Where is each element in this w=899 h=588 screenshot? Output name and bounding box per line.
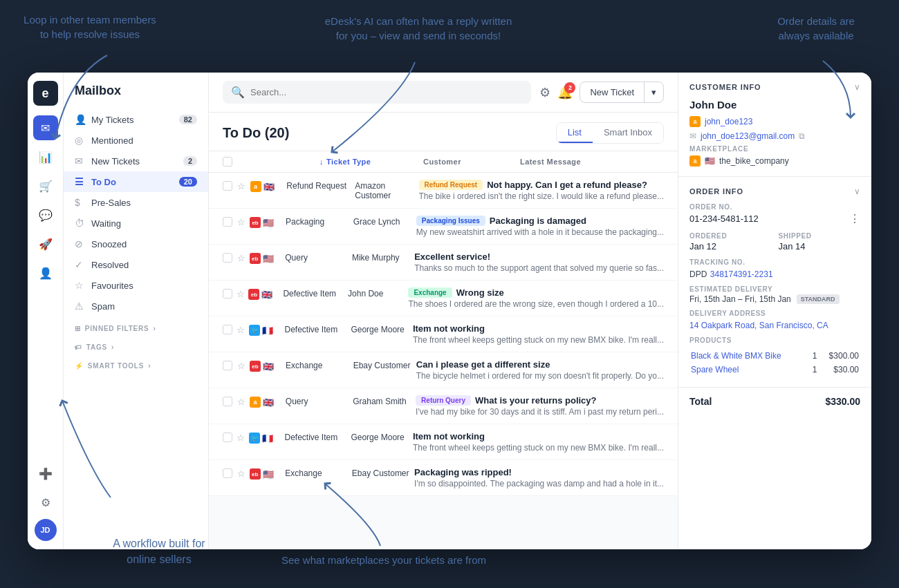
logo-icon: e bbox=[33, 81, 58, 106]
table-row[interactable]: ☆ eb 🇬🇧 Exchange Ebay Customer Can i ple… bbox=[209, 352, 678, 388]
table-row[interactable]: ☆ 🐦 🇫🇷 Defective Item George Moore Item … bbox=[209, 424, 678, 460]
customer-name: John Doe bbox=[689, 99, 860, 111]
tracking-link[interactable]: 348174391-2231 bbox=[710, 269, 773, 279]
table-row[interactable]: ☆ a 🇬🇧 Refund Request Amazon Customer Re… bbox=[209, 173, 678, 209]
row-icons: eb 🇬🇧 bbox=[250, 359, 286, 372]
customer-username-link[interactable]: john_doe123 bbox=[705, 117, 752, 126]
to-do-badge: 20 bbox=[179, 177, 197, 187]
nav-messages[interactable]: 💬 bbox=[33, 202, 58, 227]
sidebar-item-snoozed[interactable]: ⊘ Snoozed bbox=[64, 234, 208, 254]
sidebar-item-pre-sales[interactable]: $ Pre-Sales bbox=[64, 192, 208, 213]
spam-icon: ⚠ bbox=[75, 301, 86, 312]
row-star[interactable]: ☆ bbox=[237, 323, 249, 335]
row-star[interactable]: ☆ bbox=[237, 216, 250, 227]
notification-button[interactable]: 🔔 2 bbox=[557, 85, 573, 100]
sidebar-item-spam[interactable]: ⚠ Spam bbox=[64, 296, 208, 316]
address-label: DELIVERY ADDRESS bbox=[689, 310, 860, 317]
channel-ebay-icon: eb bbox=[248, 289, 259, 300]
th-ticket-type[interactable]: ↓ Ticket Type bbox=[319, 158, 423, 166]
row-ticket-type: Refund Request bbox=[286, 180, 355, 191]
table-row[interactable]: ☆ eb 🇺🇸 Packaging Grace Lynch Packaging … bbox=[209, 209, 678, 245]
customer-email-link[interactable]: john_doe123@gmail.com bbox=[701, 131, 795, 141]
nav-orders[interactable]: 🛒 bbox=[33, 173, 58, 198]
customer-info-chevron[interactable]: ∨ bbox=[854, 82, 860, 92]
row-customer: Ebay Customer bbox=[352, 467, 414, 478]
pinned-filters-section[interactable]: ⊞ PINNED FILTERS › bbox=[64, 316, 208, 335]
sidebar-item-new-tickets[interactable]: ✉ New Tickets 2 bbox=[64, 151, 208, 171]
tab-smart-inbox[interactable]: Smart Inbox bbox=[593, 123, 663, 143]
row-checkbox[interactable] bbox=[223, 468, 232, 478]
tracking-carrier: DPD bbox=[689, 269, 707, 279]
tab-list[interactable]: List bbox=[557, 123, 593, 143]
avatar[interactable]: JD bbox=[35, 519, 57, 541]
address-link[interactable]: 14 Oakpark Road, San Francisco, CA bbox=[689, 321, 828, 330]
product-row: Black & White BMX Bike 1 $300.00 bbox=[691, 350, 859, 362]
row-ticket-type: Defective Item bbox=[285, 431, 351, 442]
sidebar-item-mentioned[interactable]: ◎ Mentioned bbox=[64, 130, 208, 151]
marketplace-name: the_bike_company bbox=[719, 156, 789, 166]
smart-tools-section[interactable]: ⚡ SMART TOOLS › bbox=[64, 354, 208, 372]
filter-button[interactable]: ⚙ bbox=[539, 85, 550, 100]
table-row[interactable]: ☆ 🐦 🇫🇷 Defective Item George Moore Item … bbox=[209, 316, 678, 352]
sidebar-item-waiting[interactable]: ⏱ Waiting bbox=[64, 213, 208, 234]
table-row[interactable]: ☆ eb 🇺🇸 Query Mike Murphy Excellent serv… bbox=[209, 245, 678, 281]
resolved-icon: ✓ bbox=[75, 259, 86, 270]
row-star[interactable]: ☆ bbox=[237, 467, 250, 479]
nav-settings[interactable]: ⚙ bbox=[33, 490, 58, 515]
nav-users[interactable]: 👤 bbox=[33, 260, 58, 285]
new-ticket-main-button[interactable]: New Ticket bbox=[580, 82, 644, 102]
order-dates-grid: ORDERED Jan 12 SHIPPED Jan 14 bbox=[689, 232, 860, 252]
sidebar-item-to-do[interactable]: ☰ To Do 20 bbox=[64, 171, 208, 192]
sidebar-title: Mailbox bbox=[64, 84, 208, 109]
row-star[interactable]: ☆ bbox=[237, 431, 249, 443]
search-input[interactable] bbox=[250, 87, 523, 97]
row-icons: 🐦 🇫🇷 bbox=[249, 323, 284, 336]
channel-ebay-icon: eb bbox=[250, 468, 261, 480]
table-row[interactable]: ☆ a 🇬🇧 Query Graham Smith Return QueryWh… bbox=[209, 388, 678, 424]
select-all-checkbox[interactable] bbox=[223, 157, 232, 167]
row-checkbox[interactable] bbox=[223, 289, 232, 298]
order-info-chevron[interactable]: ∨ bbox=[854, 187, 860, 196]
row-star[interactable]: ☆ bbox=[237, 359, 250, 371]
row-star[interactable]: ☆ bbox=[237, 252, 250, 263]
new-ticket-dropdown-button[interactable]: ▾ bbox=[644, 82, 663, 102]
row-star[interactable]: ☆ bbox=[237, 180, 250, 191]
sidebar-item-label: New Tickets bbox=[91, 156, 140, 167]
product-name[interactable]: Spare Wheel bbox=[691, 363, 810, 376]
row-checkbox[interactable] bbox=[223, 253, 232, 263]
order-more-icon[interactable]: ⋮ bbox=[849, 212, 860, 225]
row-ticket-type: Query bbox=[286, 395, 353, 406]
row-message: Can i please get a different size The bi… bbox=[416, 359, 664, 381]
msg-subject: Return QueryWhat is your returns policy? bbox=[416, 395, 664, 406]
shipped-label: SHIPPED bbox=[779, 232, 861, 240]
row-star[interactable]: ☆ bbox=[237, 287, 248, 299]
msg-preview: The front wheel keeps getting stuck on m… bbox=[413, 335, 664, 345]
nav-boost[interactable]: 🚀 bbox=[33, 231, 58, 256]
table-row[interactable]: ☆ eb 🇺🇸 Exchange Ebay Customer Packaging… bbox=[209, 460, 678, 496]
row-star[interactable]: ☆ bbox=[237, 395, 250, 407]
row-message: Item not working The front wheel keeps g… bbox=[413, 431, 664, 453]
row-message: Excellent service! Thanks so much to the… bbox=[414, 252, 664, 273]
customer-email-row: ✉ john_doe123@gmail.com ⧉ bbox=[689, 131, 860, 141]
nav-mailbox[interactable]: ✉ bbox=[33, 115, 58, 140]
channel-twitter-icon: 🐦 bbox=[249, 433, 260, 444]
row-checkbox[interactable] bbox=[223, 325, 232, 334]
row-checkbox[interactable] bbox=[223, 217, 232, 227]
sidebar-item-my-tickets[interactable]: 👤 My Tickets 82 bbox=[64, 109, 208, 130]
row-checkbox[interactable] bbox=[223, 397, 232, 406]
sidebar-item-label: Spam bbox=[91, 301, 115, 312]
nav-add-user[interactable]: ➕ bbox=[33, 461, 58, 486]
table-row[interactable]: ☆ eb 🇬🇧 Defective Item John Doe Exchange… bbox=[209, 281, 678, 316]
nav-analytics[interactable]: 📊 bbox=[33, 144, 58, 169]
sidebar-item-resolved[interactable]: ✓ Resolved bbox=[64, 254, 208, 275]
tags-section[interactable]: 🏷 TAGS › bbox=[64, 335, 208, 354]
mentioned-icon: ◎ bbox=[75, 135, 86, 146]
row-checkbox[interactable] bbox=[223, 361, 232, 370]
msg-preview: The front wheel keeps getting stuck on m… bbox=[413, 443, 664, 453]
row-checkbox[interactable] bbox=[223, 433, 232, 442]
sidebar-item-favourites[interactable]: ☆ Favourites bbox=[64, 275, 208, 296]
product-name[interactable]: Black & White BMX Bike bbox=[691, 350, 810, 362]
copy-email-icon[interactable]: ⧉ bbox=[799, 131, 805, 141]
msg-subject: ExchangeWrong size bbox=[408, 287, 664, 298]
row-checkbox[interactable] bbox=[223, 181, 232, 191]
